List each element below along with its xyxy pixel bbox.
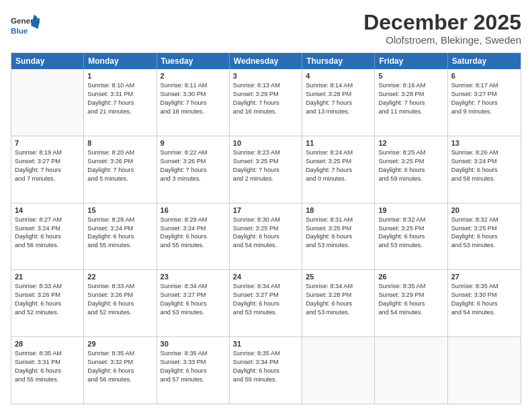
calendar-body: 1Sunrise: 8:10 AMSunset: 3:31 PMDaylight…: [11, 69, 521, 404]
day-number: 28: [15, 340, 80, 348]
cell-line: and 53 minutes.: [161, 308, 226, 317]
day-number: 19: [378, 206, 443, 214]
cell-line: and 53 minutes.: [378, 241, 443, 250]
calendar-cell: 16Sunrise: 8:29 AMSunset: 3:24 PMDayligh…: [157, 203, 230, 270]
calendar-cell: [302, 337, 375, 404]
cell-line: Sunrise: 8:16 AM: [378, 81, 443, 90]
cell-line: Sunset: 3:25 PM: [378, 224, 443, 233]
cell-line: Daylight: 7 hours: [306, 99, 371, 107]
title-block: December 2025 Olofstroem, Blekinge, Swed…: [363, 11, 521, 46]
cell-line: Sunrise: 8:25 AM: [378, 148, 443, 157]
cell-line: Sunrise: 8:35 AM: [233, 349, 298, 358]
cell-line: and 59 minutes.: [378, 175, 443, 183]
calendar-row: 28Sunrise: 8:35 AMSunset: 3:31 PMDayligh…: [11, 337, 521, 404]
cell-line: Sunrise: 8:34 AM: [161, 282, 226, 291]
cell-line: Sunrise: 8:29 AM: [161, 216, 226, 224]
cell-line: and 53 minutes.: [306, 308, 371, 317]
cell-line: Daylight: 7 hours: [161, 99, 226, 107]
cell-line: Sunrise: 8:34 AM: [233, 282, 298, 291]
calendar-cell: 25Sunrise: 8:34 AMSunset: 3:28 PMDayligh…: [302, 270, 375, 336]
cell-line: Daylight: 6 hours: [451, 232, 517, 241]
cell-line: and 54 minutes.: [378, 308, 443, 317]
day-number: 2: [161, 72, 226, 80]
cell-line: and 59 minutes.: [233, 375, 298, 384]
cell-line: and 52 minutes.: [87, 308, 152, 317]
cell-line: Sunset: 3:33 PM: [161, 358, 226, 367]
cell-line: and 7 minutes.: [15, 175, 80, 183]
cell-line: Sunset: 3:26 PM: [15, 291, 80, 300]
day-number: 14: [15, 206, 80, 214]
cell-line: Daylight: 6 hours: [378, 232, 443, 241]
cell-line: Sunrise: 8:33 AM: [87, 282, 152, 291]
cell-line: and 5 minutes.: [87, 175, 152, 183]
cell-line: and 53 minutes.: [451, 241, 517, 250]
day-number: 8: [87, 139, 152, 147]
day-number: 4: [306, 72, 371, 80]
calendar-header-cell: Saturday: [448, 53, 521, 69]
calendar-cell: 17Sunrise: 8:30 AMSunset: 3:25 PMDayligh…: [230, 203, 302, 270]
cell-line: Daylight: 7 hours: [233, 99, 298, 107]
cell-line: Sunrise: 8:26 AM: [451, 148, 517, 157]
day-number: 10: [233, 139, 298, 147]
day-number: 16: [161, 206, 226, 214]
cell-line: Sunset: 3:25 PM: [306, 224, 371, 233]
logo: General Blue: [11, 11, 44, 41]
cell-line: Sunset: 3:28 PM: [378, 90, 443, 99]
cell-line: Sunset: 3:31 PM: [87, 90, 152, 99]
page: General Blue December 2025 Olofstroem, B…: [0, 0, 532, 411]
cell-line: Daylight: 6 hours: [306, 232, 371, 241]
cell-line: and 53 minutes.: [233, 308, 298, 317]
cell-line: and 55 minutes.: [15, 375, 80, 384]
cell-line: and 53 minutes.: [306, 241, 371, 250]
cell-line: Sunset: 3:31 PM: [15, 358, 80, 367]
calendar-cell: 29Sunrise: 8:35 AMSunset: 3:32 PMDayligh…: [84, 337, 157, 404]
day-number: 15: [87, 206, 152, 214]
calendar-cell: 15Sunrise: 8:28 AMSunset: 3:24 PMDayligh…: [84, 203, 157, 270]
calendar-cell: 7Sunrise: 8:19 AMSunset: 3:27 PMDaylight…: [11, 136, 84, 203]
calendar-cell: 4Sunrise: 8:14 AMSunset: 3:28 PMDaylight…: [302, 69, 375, 136]
cell-line: Daylight: 7 hours: [306, 166, 371, 175]
cell-line: Daylight: 6 hours: [451, 300, 517, 308]
cell-line: Sunset: 3:27 PM: [451, 90, 517, 99]
cell-line: Daylight: 6 hours: [87, 300, 152, 308]
cell-line: Sunset: 3:25 PM: [378, 157, 443, 166]
cell-line: Sunrise: 8:32 AM: [378, 216, 443, 224]
day-number: 11: [306, 139, 371, 147]
cell-line: Sunrise: 8:24 AM: [306, 148, 371, 157]
cell-line: Daylight: 7 hours: [161, 166, 226, 175]
cell-line: Daylight: 6 hours: [15, 232, 80, 241]
cell-line: Sunset: 3:27 PM: [15, 157, 80, 166]
cell-line: Sunrise: 8:28 AM: [87, 216, 152, 224]
cell-line: and 57 minutes.: [161, 375, 226, 384]
cell-line: Daylight: 6 hours: [87, 232, 152, 241]
calendar-cell: 20Sunrise: 8:32 AMSunset: 3:25 PMDayligh…: [448, 203, 521, 270]
logo-svg: General Blue: [11, 11, 44, 41]
cell-line: Sunrise: 8:33 AM: [15, 282, 80, 291]
calendar-cell: 12Sunrise: 8:25 AMSunset: 3:25 PMDayligh…: [375, 136, 447, 203]
cell-line: Daylight: 7 hours: [15, 166, 80, 175]
day-number: 26: [378, 273, 443, 281]
calendar-cell: [11, 69, 84, 136]
calendar-cell: 31Sunrise: 8:35 AMSunset: 3:34 PMDayligh…: [230, 337, 302, 404]
svg-text:Blue: Blue: [11, 26, 28, 35]
cell-line: Daylight: 6 hours: [306, 300, 371, 308]
calendar-cell: 9Sunrise: 8:22 AMSunset: 3:26 PMDaylight…: [157, 136, 230, 203]
calendar-cell: 1Sunrise: 8:10 AMSunset: 3:31 PMDaylight…: [84, 69, 157, 136]
cell-line: Daylight: 7 hours: [451, 99, 517, 107]
cell-line: and 21 minutes.: [87, 107, 152, 116]
calendar-cell: 8Sunrise: 8:20 AMSunset: 3:26 PMDaylight…: [84, 136, 157, 203]
calendar-cell: 26Sunrise: 8:35 AMSunset: 3:29 PMDayligh…: [375, 270, 447, 336]
cell-line: Sunrise: 8:20 AM: [87, 148, 152, 157]
calendar: SundayMondayTuesdayWednesdayThursdayFrid…: [11, 52, 521, 404]
day-number: 5: [378, 72, 443, 80]
cell-line: Daylight: 6 hours: [161, 300, 226, 308]
day-number: 27: [451, 273, 517, 281]
cell-line: Sunrise: 8:34 AM: [306, 282, 371, 291]
header: General Blue December 2025 Olofstroem, B…: [11, 11, 521, 46]
cell-line: Sunset: 3:27 PM: [233, 291, 298, 300]
cell-line: Sunset: 3:28 PM: [306, 90, 371, 99]
cell-line: Sunrise: 8:35 AM: [161, 349, 226, 358]
cell-line: Daylight: 6 hours: [15, 367, 80, 375]
calendar-row: 1Sunrise: 8:10 AMSunset: 3:31 PMDaylight…: [11, 69, 521, 136]
day-number: 30: [161, 340, 226, 348]
